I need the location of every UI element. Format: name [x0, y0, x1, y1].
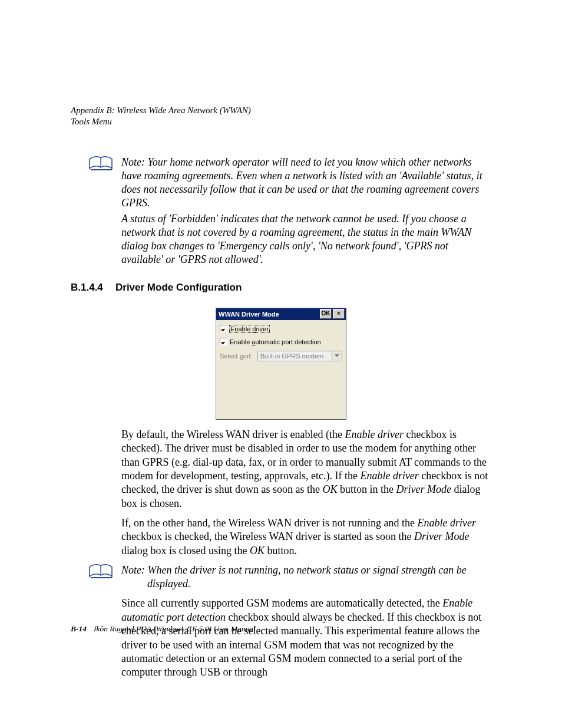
running-header: Appendix B: Wireless Wide Area Network (…	[71, 105, 491, 127]
book-icon	[88, 564, 114, 580]
dialog-titlebar: WWAN Driver Mode OK ×	[216, 308, 346, 320]
page: Appendix B: Wireless Wide Area Network (…	[0, 0, 562, 728]
note-1-text: Note: Your home network operator will ne…	[121, 156, 491, 266]
dialog-container: WWAN Driver Mode OK × Enable driver Enab…	[71, 308, 491, 420]
header-line2: Tools Menu	[71, 116, 491, 127]
wwan-driver-mode-dialog: WWAN Driver Mode OK × Enable driver Enab…	[216, 308, 346, 420]
note-2: Note: When the driver is not running, no…	[71, 564, 491, 591]
dialog-body: Enable driver Enable automatic port dete…	[216, 320, 346, 365]
close-button[interactable]: ×	[333, 309, 345, 319]
section-heading: B.1.4.4Driver Mode Configuration	[71, 282, 491, 294]
ok-button[interactable]: OK	[320, 309, 332, 319]
dialog-title: WWAN Driver Mode	[219, 311, 319, 318]
book-title: Ikôn Rugged PDA (Windows CE 5.0) User Ma…	[94, 624, 256, 633]
page-number: B-14	[71, 624, 87, 633]
note-1-p1: Your home network operator will need to …	[121, 156, 482, 209]
page-footer: B-14Ikôn Rugged PDA (Windows CE 5.0) Use…	[71, 624, 256, 634]
header-line1: Appendix B: Wireless Wide Area Network (…	[71, 106, 251, 115]
book-icon	[88, 156, 114, 172]
note-2-text: Note: When the driver is not running, no…	[121, 564, 491, 591]
section-title: Driver Mode Configuration	[115, 282, 242, 293]
select-port-dropdown[interactable]: Built-in GPRS modem	[257, 351, 342, 361]
enable-driver-row[interactable]: Enable driver	[220, 324, 342, 334]
note-2-body: When the driver is not running, no netwo…	[145, 564, 467, 589]
section-number: B.1.4.4	[71, 282, 115, 294]
enable-auto-port-checkbox[interactable]	[220, 338, 227, 345]
note-1: Note: Your home network operator will ne…	[71, 156, 491, 266]
enable-driver-checkbox[interactable]	[220, 325, 227, 332]
para-3: Since all currently supported GSM modems…	[121, 597, 491, 679]
note-label: Note:	[121, 156, 145, 168]
enable-auto-port-row[interactable]: Enable automatic port detection	[220, 337, 342, 347]
chevron-down-icon	[332, 351, 342, 361]
select-port-value: Built-in GPRS modem	[260, 353, 324, 360]
enable-auto-port-label: Enable automatic port detection	[230, 338, 321, 345]
enable-driver-label: Enable driver	[230, 325, 269, 332]
note-label: Note:	[121, 564, 145, 576]
note-1-p2: A status of 'Forbidden' indicates that t…	[121, 212, 491, 266]
para-1: By default, the Wireless WAN driver is e…	[121, 428, 491, 510]
para-2: If, on the other hand, the Wireless WAN …	[121, 516, 491, 558]
select-port-row: Select port: Built-in GPRS modem	[220, 351, 342, 361]
select-port-label: Select port:	[220, 353, 253, 360]
